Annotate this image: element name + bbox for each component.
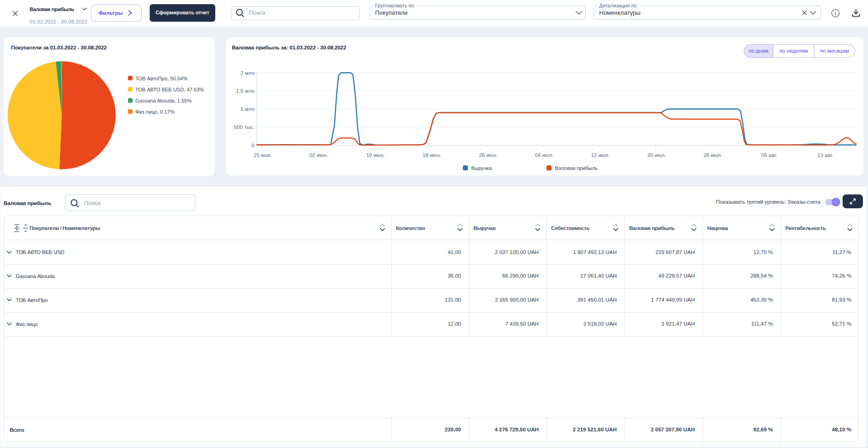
svg-text:500 тыс.: 500 тыс. xyxy=(234,124,255,130)
svg-text:Gassana Abouda, 1.55%: Gassana Abouda, 1.55% xyxy=(135,98,192,103)
svg-text:05 авг.: 05 авг. xyxy=(761,152,777,158)
svg-text:1 млн: 1 млн xyxy=(240,106,255,112)
svg-text:Выручка: Выручка xyxy=(471,165,492,171)
svg-text:Валовая прибыль: Валовая прибыль xyxy=(555,165,598,171)
svg-text:2 млн: 2 млн xyxy=(240,70,255,76)
svg-text:18 июн.: 18 июн. xyxy=(423,152,442,158)
svg-text:25 мая: 25 мая xyxy=(254,152,271,158)
svg-text:10 июн.: 10 июн. xyxy=(366,152,385,158)
svg-text:ТОВ АвтоПро, 50.64%: ТОВ АвтоПро, 50.64% xyxy=(135,76,188,81)
svg-text:12 июл.: 12 июл. xyxy=(591,152,610,158)
svg-text:Физ лицо, 0.17%: Физ лицо, 0.17% xyxy=(135,109,175,115)
svg-text:02 июн.: 02 июн. xyxy=(310,152,328,158)
svg-text:20 июл.: 20 июл. xyxy=(647,152,666,158)
svg-text:ТОВ АВТО ВЕБ USD, 47.63%: ТОВ АВТО ВЕБ USD, 47.63% xyxy=(135,87,204,92)
svg-text:13 авг.: 13 авг. xyxy=(817,152,833,158)
svg-text:0: 0 xyxy=(252,143,255,148)
svg-text:26 июн.: 26 июн. xyxy=(479,152,498,158)
svg-text:04 июл.: 04 июл. xyxy=(535,152,554,158)
svg-text:28 июл.: 28 июл. xyxy=(704,152,722,158)
svg-text:1,5 млн: 1,5 млн xyxy=(236,88,255,94)
